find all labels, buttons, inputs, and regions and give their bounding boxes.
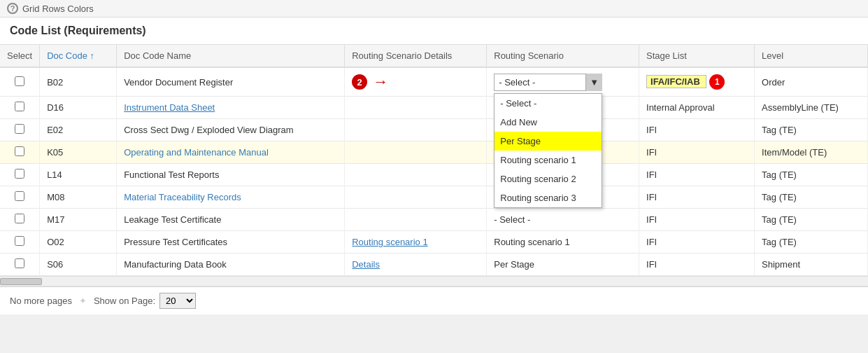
row-checkbox-cell [0, 164, 40, 186]
routing-details-cell: Details [345, 254, 487, 276]
level-cell: Item/Model (TE) [755, 141, 868, 164]
row-checkbox[interactable] [15, 258, 24, 268]
col-routing-scenario: Routing Scenario [487, 45, 639, 67]
dropdown-item-add-new[interactable]: Add New [495, 113, 602, 132]
routing-details-cell [345, 141, 487, 164]
stage-list-cell: IFI [639, 209, 755, 231]
routing-scenario-select-wrapper: - Select - ▼ - Select - Add New Per Stag… [494, 74, 602, 91]
level-cell: Tag (TE) [755, 231, 868, 254]
doc-code-cell: K05 [40, 141, 117, 164]
top-bar: ? Grid Rows Colors [0, 0, 868, 18]
col-doc-code[interactable]: Doc Code ↑ [40, 45, 117, 67]
routing-details-cell: 2 → [345, 67, 487, 97]
dropdown-item-routing1[interactable]: Routing scenario 1 [495, 151, 602, 169]
table-row: D16 Instrument Data Sheet Internal Appro… [0, 97, 868, 119]
doc-code-name-cell: Manufacturing Data Book [117, 254, 345, 276]
dropdown-item-routing2[interactable]: Routing scenario 2 [495, 169, 602, 188]
routing-scenario-cell: Routing scenario 1 [487, 231, 639, 254]
row-checkbox-cell [0, 67, 40, 97]
doc-code-cell: D16 [40, 97, 117, 119]
level-cell: Tag (TE) [755, 209, 868, 231]
select-value-label: - Select - [495, 74, 602, 90]
show-on-page-label: Show on Page: [94, 296, 155, 306]
routing-details-link[interactable]: Details [352, 259, 380, 270]
arrow-annotation-row: 2 → [352, 73, 479, 91]
routing-scenario-cell: Per Stage [487, 254, 639, 276]
routing-details-cell [345, 209, 487, 231]
doc-code-name-cell: Operating and Maintenance Manual [117, 141, 345, 164]
routing-scenario-cell: - Select - [487, 209, 639, 231]
table-header-row: Select Doc Code ↑ Doc Code Name Routing … [0, 45, 868, 67]
level-cell: Tag (TE) [755, 186, 868, 209]
routing-details-link[interactable]: Routing scenario 1 [352, 237, 427, 247]
row-checkbox[interactable] [15, 76, 24, 86]
table-row: B02 Vendor Document Register 2 → [0, 67, 868, 97]
level-cell: AssemblyLine (TE) [755, 97, 868, 119]
red-arrow-icon: → [373, 73, 388, 91]
stage-list-cell: IFA/IFC/IAB 1 [639, 67, 755, 97]
doc-code-cell: E02 [40, 119, 117, 141]
doc-code-cell: S06 [40, 254, 117, 276]
table-row: S06 Manufacturing Data Book Details Per … [0, 254, 868, 276]
scrollbar-thumb[interactable] [0, 278, 42, 285]
level-cell: Shipment [755, 254, 868, 276]
row-checkbox[interactable] [15, 146, 24, 156]
doc-code-name-cell: Functional Test Reports [117, 164, 345, 186]
dropdown-item-select[interactable]: - Select - [495, 94, 602, 113]
top-bar-title: Grid Rows Colors [22, 4, 94, 14]
routing-details-cell [345, 164, 487, 186]
col-routing-details: Routing Scenario Details [345, 45, 487, 67]
routing-details-cell [345, 186, 487, 209]
col-stage-list: Stage List [639, 45, 755, 67]
routing-scenario-cell: - Select - ▼ - Select - Add New Per Stag… [487, 67, 639, 97]
stage-list-cell: Internal Approval [639, 97, 755, 119]
level-cell: Order [755, 67, 868, 97]
routing-details-cell [345, 97, 487, 119]
stage-list-cell: IFI [639, 141, 755, 164]
table-row: E02 Cross Sect Dwg / Exploded View Diagr… [0, 119, 868, 141]
row-checkbox[interactable] [15, 236, 24, 246]
row-checkbox[interactable] [15, 169, 24, 179]
row-checkbox[interactable] [15, 124, 24, 134]
row-checkbox-cell [0, 97, 40, 119]
table-row: L14 Functional Test Reports IFI Tag (TE) [0, 164, 868, 186]
table-row: O02 Pressure Test Certificates Routing s… [0, 231, 868, 254]
doc-code-name-cell[interactable]: Instrument Data Sheet [117, 97, 345, 119]
main-table: Select Doc Code ↑ Doc Code Name Routing … [0, 45, 868, 276]
dropdown-item-routing3[interactable]: Routing scenario 3 [495, 188, 602, 207]
col-level: Level [755, 45, 868, 67]
col-select: Select [0, 45, 40, 67]
dropdown-popup: - Select - Add New Per Stage Routing sce… [494, 93, 602, 208]
stage-list-cell: IFI [639, 254, 755, 276]
badge-2: 2 [352, 74, 367, 90]
routing-details-cell [345, 119, 487, 141]
footer-divider: ✦ [79, 296, 87, 306]
table-row: K05 Operating and Maintenance Manual IFI… [0, 141, 868, 164]
row-checkbox-cell [0, 231, 40, 254]
col-doc-code-name: Doc Code Name [117, 45, 345, 67]
level-cell: Tag (TE) [755, 164, 868, 186]
row-checkbox-cell [0, 209, 40, 231]
doc-code-cell: M17 [40, 209, 117, 231]
row-checkbox[interactable] [15, 102, 24, 111]
table-container: Select Doc Code ↑ Doc Code Name Routing … [0, 45, 868, 276]
doc-code-cell: O02 [40, 231, 117, 254]
row-checkbox[interactable] [15, 191, 24, 201]
routing-details-cell: Routing scenario 1 [345, 231, 487, 254]
doc-code-name-cell: Leakage Test Certificate [117, 209, 345, 231]
table-row: M17 Leakage Test Certificate - Select - … [0, 209, 868, 231]
help-icon[interactable]: ? [7, 3, 18, 14]
row-checkbox-cell [0, 186, 40, 209]
show-on-page-select[interactable]: 20 50 100 [159, 293, 196, 309]
doc-code-cell: L14 [40, 164, 117, 186]
doc-code-name-cell: Pressure Test Certificates [117, 231, 345, 254]
dropdown-item-per-stage[interactable]: Per Stage [495, 132, 602, 151]
stage-list-highlighted: IFA/IFC/IAB [646, 75, 706, 88]
horizontal-scrollbar[interactable] [0, 276, 868, 286]
doc-code-cell: B02 [40, 67, 117, 97]
badge-1: 1 [709, 74, 725, 90]
row-checkbox[interactable] [15, 214, 24, 223]
stage-list-cell: IFI [639, 164, 755, 186]
footer-bar: No more pages ✦ Show on Page: 20 50 100 [0, 286, 868, 314]
stage-list-cell: IFI [639, 231, 755, 254]
